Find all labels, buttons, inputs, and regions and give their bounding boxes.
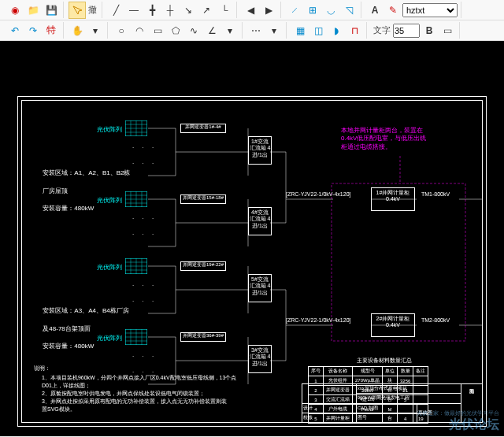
arc2-tool[interactable]: ◡ bbox=[322, 2, 339, 19]
dots-3b: . . . bbox=[132, 296, 157, 303]
dots-3: . . . bbox=[132, 280, 157, 287]
plusbox-tool[interactable]: ⊞ bbox=[304, 2, 321, 19]
text-size-input[interactable] bbox=[393, 24, 420, 38]
inverter-box-2: 并网逆变器15#-18# bbox=[180, 194, 226, 204]
dots-4b: . . . bbox=[132, 367, 157, 374]
combiner-2: 4#交流 汇流箱 4进/1出 bbox=[248, 207, 272, 235]
font-select[interactable]: hztxt bbox=[402, 3, 458, 17]
drawing-frame: 光伏阵列 光伏阵列 光伏阵列 光伏阵列 并网逆变器1#-4# 并网逆变器15#-… bbox=[17, 96, 487, 427]
solar-icon-1 bbox=[125, 120, 147, 136]
region1-note: 安装区域：A1、A2、B1、B2栋 厂房屋顶 安装容量：480kW bbox=[32, 160, 130, 221]
notes-title: 说明： bbox=[34, 365, 50, 372]
more-tool[interactable]: ⋯ bbox=[247, 22, 265, 39]
drop-icon[interactable]: ▾ bbox=[87, 22, 104, 39]
ortho-tool[interactable]: └ bbox=[216, 2, 233, 19]
round-tool[interactable]: ◗ bbox=[328, 22, 345, 39]
note-1: 1、本项目装机960kW，分四个并网点接入厂区0.4kV配电室低压母线侧，13个… bbox=[42, 374, 236, 382]
arc-tool[interactable]: ◠ bbox=[131, 22, 148, 39]
region2-note: 安装区域：A3、A4、B4栋厂房 及48-78台架顶面 安装容量：480kW bbox=[32, 298, 129, 359]
select-tool-button[interactable] bbox=[69, 2, 86, 19]
curve-tool[interactable]: ∿ bbox=[185, 22, 202, 39]
inverter-box-3: 并网逆变器19#-22# bbox=[180, 261, 226, 271]
note-3b: 置SVG模块。 bbox=[42, 406, 76, 413]
bold-button[interactable]: B bbox=[421, 22, 438, 39]
note-2: 2、原暂按配电室时供电发电，并网点保线处装设低电气闭锁装置； bbox=[42, 390, 205, 398]
cap-tool[interactable]: ⊓ bbox=[346, 22, 363, 39]
dots-1: . . . bbox=[132, 143, 157, 150]
hline-tool[interactable]: — bbox=[125, 2, 143, 19]
open-button[interactable]: 📁 bbox=[24, 2, 42, 19]
line-tool[interactable]: ╱ bbox=[107, 2, 124, 19]
cable-label-2: [ZRC-YJV22-1/0kV-4x120] bbox=[286, 317, 350, 323]
cable-label-1: [ZRC-YJV22-1/0kV-4x120] bbox=[286, 191, 350, 197]
meter-box-1: 1#并网计量柜 0.4kV bbox=[371, 187, 415, 211]
dots-4: . . . bbox=[132, 351, 157, 358]
note-3: 3、并网点处按拟采用原有配电的无功补偿装置，接入点无无功补偿装置则装 bbox=[42, 398, 227, 406]
region-tool[interactable]: ◫ bbox=[309, 22, 327, 39]
text-pen-button[interactable]: ✎ bbox=[384, 2, 402, 19]
drawing-canvas[interactable]: 光伏阵列 光伏阵列 光伏阵列 光伏阵列 并网逆变器1#-4# 并网逆变器15#-… bbox=[0, 41, 504, 436]
pan-label: 撤 bbox=[88, 4, 97, 16]
meter-note: 本地并网计量柜两台，装置在 0.4kV低压配电室，与低压出线 柜通过电缆搭接。 bbox=[341, 127, 426, 151]
note-1b: D01上，详接线图； bbox=[42, 382, 91, 390]
arrow-r-tool[interactable]: ▶ bbox=[260, 2, 277, 19]
redo-button[interactable]: ↷ bbox=[24, 22, 42, 39]
kline-tool[interactable]: ⟋ bbox=[286, 2, 303, 19]
text-A-button[interactable]: A bbox=[366, 2, 384, 19]
save-button[interactable]: 💾 bbox=[43, 2, 60, 19]
prop-button[interactable]: 特 bbox=[43, 22, 60, 39]
dots-1b: . . . bbox=[132, 158, 157, 165]
poly-tool[interactable]: ⬠ bbox=[167, 22, 184, 39]
rect-tool[interactable]: ▭ bbox=[149, 22, 166, 39]
arrow1-tool[interactable]: ↘ bbox=[180, 2, 197, 19]
drop3-icon[interactable]: ▾ bbox=[265, 22, 283, 39]
inverter-box-1: 并网逆变器1#-4# bbox=[180, 124, 226, 133]
solar-icon-3 bbox=[125, 258, 147, 274]
drop2-icon[interactable]: ▾ bbox=[221, 22, 239, 39]
hatch-tool[interactable]: ▦ bbox=[291, 22, 309, 39]
dots-2: . . . bbox=[132, 213, 157, 220]
arrow2-tool[interactable]: ↗ bbox=[198, 2, 215, 19]
meter-box-2: 2#并网计量柜 0.4kV bbox=[371, 313, 415, 337]
trafo-label-2: TM2-800kV bbox=[421, 317, 450, 323]
equip-table-title: 主要设备材料数量汇总 bbox=[357, 357, 412, 365]
inverter-box-4: 并网逆变器36#-39# bbox=[180, 332, 226, 342]
combiner-1: 1#交流 汇流箱 4进/1出 bbox=[248, 136, 272, 165]
combiner-4: 3#交流 汇流箱 4进/1出 bbox=[248, 345, 272, 373]
trafo-label-1: TM1-800kV bbox=[421, 191, 450, 197]
text-label: 文字 bbox=[373, 24, 391, 36]
undo-button[interactable]: ↶ bbox=[6, 22, 24, 39]
hand-icon[interactable]: ✋ bbox=[69, 22, 86, 39]
plus-tool[interactable]: ┼ bbox=[161, 2, 179, 19]
new-doc-button[interactable]: ◉ bbox=[6, 2, 24, 19]
pv-label-3: 光伏阵列 bbox=[97, 263, 122, 272]
corner-tool[interactable]: ◹ bbox=[340, 2, 358, 19]
dots-2b: . . . bbox=[132, 229, 157, 236]
watermark-text: 光伏论坛 bbox=[449, 417, 499, 433]
tag-button[interactable]: ▭ bbox=[439, 22, 456, 39]
circle-tool[interactable]: ○ bbox=[113, 22, 130, 39]
pv-label-1: 光伏阵列 bbox=[97, 125, 122, 134]
angle-tool[interactable]: ∠ bbox=[203, 22, 220, 39]
arrow-l-tool[interactable]: ◀ bbox=[242, 2, 259, 19]
cross-tool[interactable]: ╋ bbox=[143, 2, 161, 19]
combiner-3: 5#交流 汇流箱 4进/1出 bbox=[248, 274, 272, 302]
